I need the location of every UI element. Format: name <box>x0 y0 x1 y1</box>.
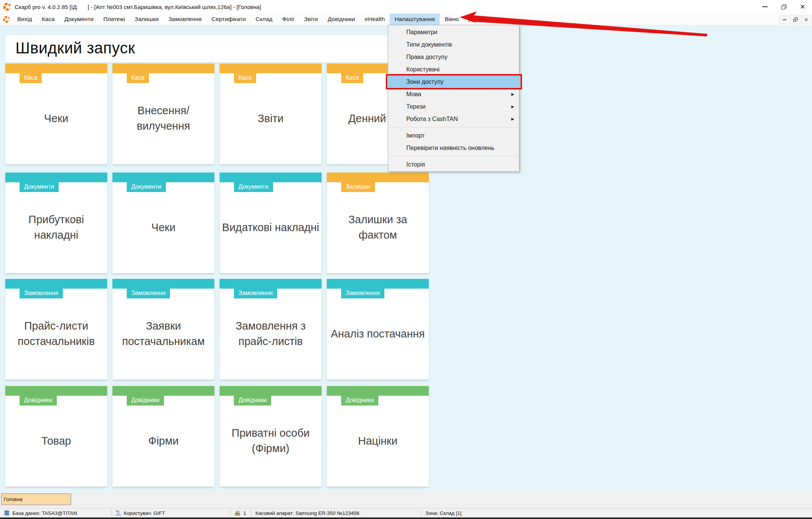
menu-bar: Вихід Каса Документи Платежі Залишки Зам… <box>0 14 812 25</box>
tile-vydatkovi-nakladni[interactable]: Документи Видаткові накладні <box>220 172 322 273</box>
tile-pryvatni-osoby[interactable]: Довідники Приватні особи (Фірми) <box>220 386 322 487</box>
dropdown-item-zony-dostupu[interactable]: Зони доступу <box>388 76 519 88</box>
window-controls: ✕ <box>756 0 812 14</box>
menu-item-vyhid[interactable]: Вихід <box>12 14 37 25</box>
menubar-logo-icon <box>3 16 10 23</box>
restore-button[interactable] <box>774 0 793 14</box>
tile-row-dokumenty: Документи Прибуткові накладні Документи … <box>5 172 429 273</box>
close-button[interactable]: ✕ <box>793 0 812 14</box>
menu-item-zamovlennia[interactable]: Замовлення <box>164 14 206 25</box>
database-icon <box>4 510 10 516</box>
dropdown-item-prava-dostupu[interactable]: Права доступу <box>388 51 519 63</box>
tile-tovar[interactable]: Довідники Товар <box>5 386 107 487</box>
mdi-close-button[interactable]: ✕ <box>801 15 811 24</box>
app-window: Скарб pro v. 4.0.2.85 [ІД: ] - [Апт №003… <box>0 0 812 519</box>
tile-category-bar <box>220 64 322 73</box>
menu-item-dovidnyky[interactable]: Довідники <box>323 14 360 25</box>
status-register-count: 1 <box>230 508 251 517</box>
close-icon: ✕ <box>804 17 808 23</box>
tile-firmy[interactable]: Довідники Фірми <box>112 386 214 487</box>
tile-label: Замовлення з прайс-листів <box>220 298 322 380</box>
submenu-arrow-icon: ▶ <box>511 88 515 100</box>
title-bar: Скарб pro v. 4.0.2.85 [ІД: ] - [Апт №003… <box>0 0 812 14</box>
tile-category-badge: Замовлення <box>341 289 384 298</box>
dropdown-item-istoriia[interactable]: Історія <box>388 158 519 171</box>
tile-prais-lysty-postachalnykiv[interactable]: Замовлення Прайс-листи постачальників <box>5 279 107 380</box>
tile-category-badge: Каса <box>234 73 256 83</box>
tile-zaiavky-postachalnykam[interactable]: Замовлення Заявки постачальникам <box>112 279 214 380</box>
menu-item-dokumenty[interactable]: Документи <box>59 14 98 25</box>
menu-item-filii[interactable]: Філії <box>277 14 299 25</box>
tile-label: Заявки постачальникам <box>112 298 214 380</box>
menu-item-nalashtuvannia-label: Налаштування <box>395 16 435 22</box>
dropdown-item-parametry[interactable]: Параметри <box>388 26 519 38</box>
submenu-arrow-icon: ▶ <box>511 113 515 125</box>
tile-category-bar <box>5 64 107 73</box>
mdi-minimize-button[interactable] <box>779 15 789 24</box>
page-title: Швидкий запуск <box>5 35 429 57</box>
tile-label: Чеки <box>112 192 214 273</box>
tile-category-bar <box>327 386 429 396</box>
mdi-restore-button[interactable] <box>790 15 800 24</box>
tile-cheky-kasa[interactable]: Каса Чеки <box>5 64 107 164</box>
menu-item-dovidka[interactable]: Довідка <box>464 14 495 25</box>
dropdown-item-cashtan[interactable]: Робота з CashTAN▶ <box>388 113 519 125</box>
restore-icon <box>782 5 786 9</box>
tile-label: Залишки за фактом <box>327 192 429 273</box>
tile-prybutkovi-nakladni[interactable]: Документи Прибуткові накладні <box>5 172 107 273</box>
tile-label: Приватні особи (Фірми) <box>220 406 322 487</box>
tile-category-badge: Замовлення <box>20 289 63 298</box>
tile-category-bar <box>220 172 322 182</box>
bottom-edge-strip <box>0 517 812 519</box>
tile-label: Прибуткові накладні <box>5 192 107 273</box>
tile-zalyshky-za-faktom[interactable]: Залишки Залишки за фактом <box>327 172 429 273</box>
tile-zvity-kasa[interactable]: Каса Звіти <box>220 64 322 164</box>
status-database: База даних: TASA3@TITAN <box>0 508 111 517</box>
tile-category-badge: Замовлення <box>234 289 277 298</box>
tile-category-bar <box>5 279 107 289</box>
status-user: Користувач: GIFT <box>111 508 230 517</box>
mdi-window-controls: ✕ <box>779 15 811 24</box>
tile-category-bar <box>327 279 429 289</box>
tile-natsinky[interactable]: Довідники Націнки <box>327 386 429 487</box>
submenu-arrow-icon: ▶ <box>511 100 515 113</box>
tile-category-bar <box>220 386 322 396</box>
dropdown-item-typy-dokumentiv[interactable]: Типи документів <box>388 38 519 51</box>
status-register: Касовий апарат: Samsung ER-350 №123456 <box>251 508 421 517</box>
cash-register-icon <box>234 510 241 516</box>
menu-item-zvity[interactable]: Звіти <box>299 14 323 25</box>
menu-item-zalyshky[interactable]: Залишки <box>130 14 164 25</box>
tile-vnesennia-vyluchennia[interactable]: Каса Внесення/вилучення <box>112 64 214 164</box>
tile-label: Товар <box>5 406 107 487</box>
tile-category-bar <box>220 279 322 289</box>
tile-row-dovidnyky: Довідники Товар Довідники Фірми Довідник… <box>5 386 429 487</box>
dropdown-item-cashtan-label: Робота з CashTAN <box>406 116 458 122</box>
menu-item-platezhi[interactable]: Платежі <box>99 14 130 25</box>
tile-analiz-postachannia[interactable]: Замовлення Аналіз постачання <box>327 279 429 380</box>
tile-category-badge: Залишки <box>341 182 375 192</box>
menu-separator <box>389 156 518 156</box>
dropdown-item-terezy[interactable]: Терези▶ <box>388 100 519 113</box>
dropdown-item-check-updates[interactable]: Перевірити наявність оновлень <box>388 142 519 154</box>
dropdown-item-mova[interactable]: Мова▶ <box>388 88 519 100</box>
tab-holovna[interactable]: Головна <box>1 493 71 505</box>
tile-category-badge: Каса <box>127 73 149 83</box>
tile-category-badge: Каса <box>20 73 42 83</box>
menu-item-ehealth[interactable]: eHealth <box>360 14 390 25</box>
tile-zamovlennia-z-prais-lystiv[interactable]: Замовлення Замовлення з прайс-листів <box>220 279 322 380</box>
minimize-icon <box>762 6 768 7</box>
tile-cheky-dokumenty[interactable]: Документи Чеки <box>112 172 214 273</box>
menu-item-sertyfikaty[interactable]: Сертифікати <box>206 14 250 25</box>
menu-item-sklad[interactable]: Склад <box>250 14 277 25</box>
menu-item-kasa[interactable]: Каса <box>37 14 59 25</box>
settings-dropdown-menu: Параметри Типи документів Права доступу … <box>388 25 519 172</box>
tile-category-bar <box>112 172 214 182</box>
menu-item-vikno[interactable]: Вікно <box>440 14 464 25</box>
dropdown-item-korystuvachi[interactable]: Користувачі <box>388 63 519 76</box>
tile-label: Прайс-листи постачальників <box>5 298 107 380</box>
dropdown-item-import[interactable]: Імпорт <box>388 129 519 142</box>
status-user-label: Користувач: GIFT <box>124 510 165 516</box>
menu-item-nalashtuvannia[interactable]: Налаштування Параметри Типи документів П… <box>390 14 440 25</box>
tile-label: Внесення/вилучення <box>112 83 214 164</box>
minimize-button[interactable] <box>756 0 774 14</box>
